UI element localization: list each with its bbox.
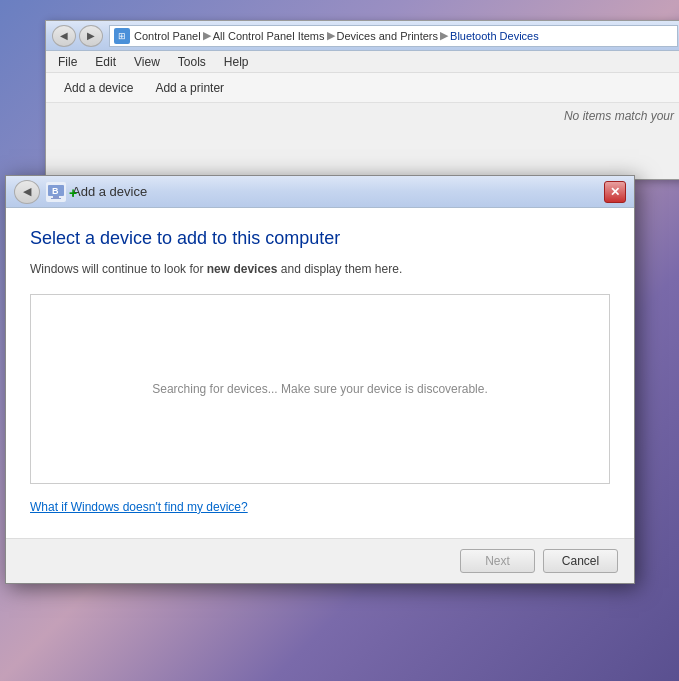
add-device-dialog: ◀ B + Add a device ✕ Select a device to … [5,175,635,584]
dialog-subtext: Windows will continue to look for new de… [30,261,610,278]
sep-1: ▶ [203,29,211,42]
back-button[interactable]: ◀ [52,25,76,47]
svg-text:B: B [52,186,59,196]
menu-view[interactable]: View [126,53,168,71]
breadcrumb-part-3: Devices and Printers [337,30,439,42]
dialog-content: Select a device to add to this computer … [6,208,634,538]
menu-bar: File Edit View Tools Help [46,51,679,73]
breadcrumb-icon: ⊞ [114,28,130,44]
device-search-area: Searching for devices... Make sure your … [30,294,610,484]
dialog-back-button[interactable]: ◀ [14,180,40,204]
next-button[interactable]: Next [460,549,535,573]
add-device-toolbar-button[interactable]: Add a device [54,78,143,98]
close-button[interactable]: ✕ [604,181,626,203]
titlebar: ◀ ▶ ⊞ Control Panel ▶ All Control Panel … [46,21,679,51]
breadcrumb-part-1: Control Panel [134,30,201,42]
cancel-button[interactable]: Cancel [543,549,618,573]
forward-button[interactable]: ▶ [79,25,103,47]
nav-buttons: ◀ ▶ [52,25,103,47]
subtext-bold: new devices [207,262,278,276]
dialog-titlebar: ◀ B + Add a device ✕ [6,176,634,208]
searching-text: Searching for devices... Make sure your … [152,382,488,396]
add-printer-toolbar-button[interactable]: Add a printer [145,78,234,98]
menu-file[interactable]: File [50,53,85,71]
help-link[interactable]: What if Windows doesn't find my device? [30,500,248,514]
breadcrumb-part-2: All Control Panel Items [213,30,325,42]
control-panel-window: ◀ ▶ ⊞ Control Panel ▶ All Control Panel … [45,20,679,180]
dialog-heading: Select a device to add to this computer [30,228,610,249]
no-items-text: No items match your [46,103,679,129]
menu-help[interactable]: Help [216,53,257,71]
toolbar: Add a device Add a printer [46,73,679,103]
sep-3: ▶ [440,29,448,42]
bluetooth-title-icon: B + [46,182,66,202]
discoverable-label: Make sure your device is discoverable. [278,382,488,396]
menu-tools[interactable]: Tools [170,53,214,71]
address-bar[interactable]: ⊞ Control Panel ▶ All Control Panel Item… [109,25,678,47]
dialog-title-text: Add a device [72,184,604,199]
svg-rect-2 [53,196,59,198]
searching-label: Searching for devices... [152,382,277,396]
svg-rect-3 [51,198,61,199]
menu-edit[interactable]: Edit [87,53,124,71]
sep-2: ▶ [327,29,335,42]
dialog-footer: Next Cancel [6,538,634,583]
breadcrumb-last: Bluetooth Devices [450,30,539,42]
subtext-rest: and display them here. [277,262,402,276]
plus-icon: + [68,188,78,198]
subtext-plain: Windows will continue to look for [30,262,207,276]
